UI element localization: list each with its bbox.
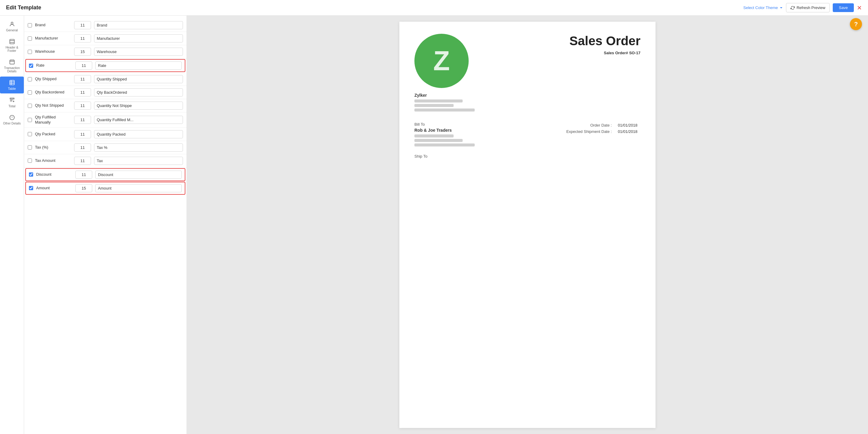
field-checkbox-qty-not-shipped[interactable] — [28, 104, 32, 108]
field-text-warehouse[interactable] — [94, 48, 183, 56]
field-row-qty-packed: Qty Packed — [24, 128, 187, 141]
field-text-discount[interactable] — [95, 170, 182, 179]
bill-company: Rob & Joe Traders — [414, 128, 475, 133]
doc-header: Z Zylker Sales Order Sales Order# SO-17 — [414, 34, 641, 113]
field-label-qty-backordered: Qty Backordered — [35, 90, 71, 95]
field-label-discount: Discount — [36, 172, 72, 177]
field-number-rate[interactable] — [75, 61, 92, 70]
field-text-tax-amount[interactable] — [94, 157, 183, 165]
field-row-brand: Brand — [24, 19, 187, 32]
page-title: Edit Template — [6, 4, 41, 11]
field-checkbox-amount[interactable] — [29, 186, 33, 190]
blurred-address-3 — [414, 108, 475, 112]
color-theme-button[interactable]: Select Color Theme — [743, 5, 783, 10]
field-label-amount: Amount — [36, 186, 72, 191]
field-label-manufacturer: Manufacturer — [35, 36, 71, 41]
field-label-warehouse: Warehouse — [35, 49, 71, 54]
save-button[interactable]: Save — [833, 3, 854, 12]
field-row-qty-backordered: Qty Backordered — [24, 86, 187, 99]
field-number-qty-backordered[interactable] — [74, 88, 91, 96]
order-meta-table: Order Date : 01/01/2018 Expected Shipmen… — [563, 122, 641, 135]
field-row-discount: Discount — [25, 168, 185, 181]
field-checkbox-discount[interactable] — [29, 173, 33, 177]
field-text-qty-fulfilled[interactable] — [94, 116, 183, 124]
field-label-tax-amount: Tax Amount — [35, 158, 71, 163]
field-checkbox-brand[interactable] — [28, 23, 32, 27]
field-label-qty-shipped: Qty Shipped — [35, 76, 71, 82]
field-checkbox-qty-packed[interactable] — [28, 132, 32, 136]
field-row-qty-shipped: Qty Shipped — [24, 73, 187, 86]
field-number-manufacturer[interactable] — [74, 34, 91, 42]
field-checkbox-tax-amount[interactable] — [28, 158, 32, 163]
field-label-qty-not-shipped: Qty Not Shipped — [35, 103, 71, 108]
sidebar-item-table[interactable]: Table — [0, 76, 24, 93]
field-number-qty-shipped[interactable] — [74, 75, 91, 83]
order-meta: Order Date : 01/01/2018 Expected Shipmen… — [550, 122, 641, 148]
field-label-qty-packed: Qty Packed — [35, 132, 71, 137]
field-number-warehouse[interactable] — [74, 48, 91, 56]
field-text-qty-packed[interactable] — [94, 130, 183, 138]
expected-shipment-row: Expected Shipment Date : 01/01/2018 — [563, 128, 641, 135]
field-text-brand[interactable] — [94, 21, 183, 29]
svg-rect-1 — [10, 39, 14, 44]
field-text-qty-not-shipped[interactable] — [94, 101, 183, 110]
field-checkbox-qty-shipped[interactable] — [28, 77, 32, 82]
sidebar-item-header-footer[interactable]: Header & Footer — [0, 36, 24, 56]
field-checkbox-qty-backordered[interactable] — [28, 90, 32, 95]
document-preview: Z Zylker Sales Order Sales Order# SO-17 — [399, 22, 655, 428]
field-row-amount: Amount — [25, 182, 185, 195]
field-checkbox-rate[interactable] — [29, 64, 33, 68]
sidebar-item-other-details[interactable]: Other Details — [0, 112, 24, 128]
doc-bottom: Ship To — [414, 154, 641, 158]
svg-rect-8 — [10, 81, 14, 85]
field-number-qty-fulfilled[interactable] — [74, 116, 91, 124]
field-checkbox-tax-pct[interactable] — [28, 145, 32, 150]
ship-to-label: Ship To — [414, 154, 641, 158]
bill-blurred-2 — [414, 139, 463, 142]
company-logo: Z — [414, 34, 469, 88]
field-text-manufacturer[interactable] — [94, 34, 183, 42]
field-text-qty-shipped[interactable] — [94, 75, 183, 83]
field-number-amount[interactable] — [75, 184, 92, 192]
field-checkbox-qty-fulfilled[interactable] — [28, 118, 32, 122]
doc-title: Sales Order — [569, 34, 641, 48]
sidebar-item-total[interactable]: Total — [0, 94, 24, 111]
field-label-qty-fulfilled: Qty Fulfilled Manually — [35, 115, 71, 125]
field-text-amount[interactable] — [95, 184, 182, 192]
field-number-discount[interactable] — [75, 170, 92, 179]
sidebar-item-general[interactable]: General — [0, 18, 24, 35]
field-text-rate[interactable] — [95, 61, 182, 70]
order-date-label: Order Date : — [563, 122, 615, 128]
transaction-icon — [9, 59, 15, 65]
refresh-icon — [790, 6, 795, 10]
field-row-manufacturer: Manufacturer — [24, 32, 187, 45]
close-button[interactable]: ✕ — [857, 5, 862, 11]
field-row-tax-amount: Tax Amount — [24, 154, 187, 167]
field-text-qty-backordered[interactable] — [94, 88, 183, 96]
field-number-qty-not-shipped[interactable] — [74, 101, 91, 110]
field-row-qty-not-shipped: Qty Not Shipped — [24, 99, 187, 113]
expected-shipment-value: 01/01/2018 — [615, 128, 641, 135]
header-actions: Select Color Theme Refresh Preview Save … — [743, 3, 862, 12]
preview-panel: Z Zylker Sales Order Sales Order# SO-17 — [187, 16, 868, 434]
sidebar-item-transaction-details[interactable]: Transaction Details — [0, 56, 24, 76]
bill-blurred-1 — [414, 134, 454, 137]
doc-addresses: Bill To Rob & Joe Traders Order Date : 0… — [414, 122, 641, 148]
doc-title-section: Sales Order Sales Order# SO-17 — [569, 34, 641, 55]
field-row-tax-pct: Tax (%) — [24, 141, 187, 154]
field-text-tax-pct[interactable] — [94, 144, 183, 152]
order-date-row: Order Date : 01/01/2018 — [563, 122, 641, 128]
field-number-tax-amount[interactable] — [74, 157, 91, 165]
field-checkbox-warehouse[interactable] — [28, 50, 32, 54]
help-button[interactable]: ? — [850, 18, 862, 30]
company-name: Zylker — [414, 93, 475, 98]
field-number-qty-packed[interactable] — [74, 130, 91, 138]
svg-point-0 — [11, 22, 13, 24]
field-number-brand[interactable] — [74, 21, 91, 29]
bill-to-label: Bill To — [414, 122, 475, 127]
field-checkbox-manufacturer[interactable] — [28, 36, 32, 41]
refresh-preview-button[interactable]: Refresh Preview — [786, 3, 830, 12]
table-icon — [9, 80, 15, 86]
field-number-tax-pct[interactable] — [74, 144, 91, 152]
bill-to-block: Bill To Rob & Joe Traders — [414, 122, 475, 148]
